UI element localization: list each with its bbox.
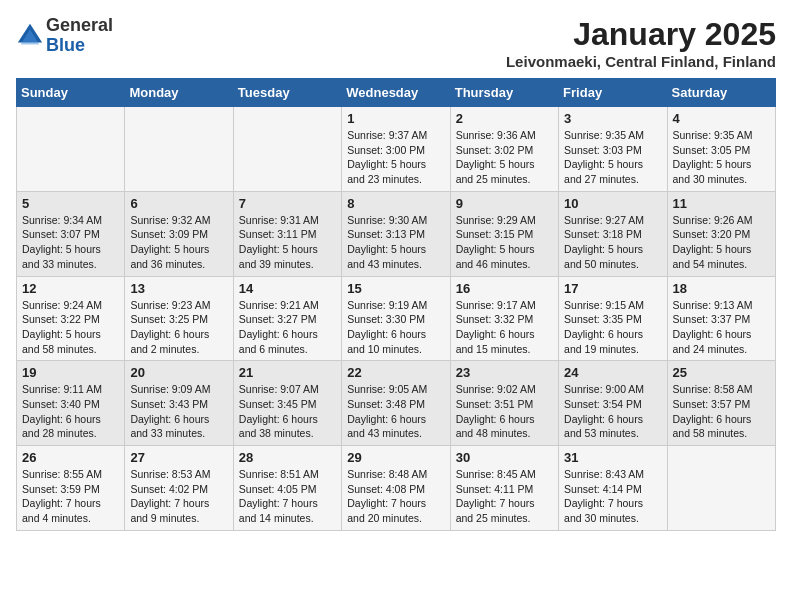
day-info: Sunrise: 9:34 AMSunset: 3:07 PMDaylight:…	[22, 213, 119, 272]
calendar-cell: 18 Sunrise: 9:13 AMSunset: 3:37 PMDaylig…	[667, 276, 775, 361]
day-info: Sunrise: 9:19 AMSunset: 3:30 PMDaylight:…	[347, 298, 444, 357]
logo-general: General	[46, 16, 113, 36]
calendar-cell: 7 Sunrise: 9:31 AMSunset: 3:11 PMDayligh…	[233, 191, 341, 276]
weekday-header-wednesday: Wednesday	[342, 79, 450, 107]
day-info: Sunrise: 9:35 AMSunset: 3:03 PMDaylight:…	[564, 128, 661, 187]
calendar-cell: 4 Sunrise: 9:35 AMSunset: 3:05 PMDayligh…	[667, 107, 775, 192]
calendar-cell: 30 Sunrise: 8:45 AMSunset: 4:11 PMDaylig…	[450, 446, 558, 531]
day-info: Sunrise: 9:35 AMSunset: 3:05 PMDaylight:…	[673, 128, 770, 187]
calendar-cell: 15 Sunrise: 9:19 AMSunset: 3:30 PMDaylig…	[342, 276, 450, 361]
day-number: 9	[456, 196, 553, 211]
day-number: 20	[130, 365, 227, 380]
logo: General Blue	[16, 16, 113, 56]
calendar-cell	[667, 446, 775, 531]
day-info: Sunrise: 9:27 AMSunset: 3:18 PMDaylight:…	[564, 213, 661, 272]
page-header: General Blue January 2025 Leivonmaeki, C…	[16, 16, 776, 70]
calendar-week-row: 5 Sunrise: 9:34 AMSunset: 3:07 PMDayligh…	[17, 191, 776, 276]
day-info: Sunrise: 9:11 AMSunset: 3:40 PMDaylight:…	[22, 382, 119, 441]
day-info: Sunrise: 9:00 AMSunset: 3:54 PMDaylight:…	[564, 382, 661, 441]
day-number: 21	[239, 365, 336, 380]
day-info: Sunrise: 9:07 AMSunset: 3:45 PMDaylight:…	[239, 382, 336, 441]
calendar-cell: 22 Sunrise: 9:05 AMSunset: 3:48 PMDaylig…	[342, 361, 450, 446]
calendar-cell: 24 Sunrise: 9:00 AMSunset: 3:54 PMDaylig…	[559, 361, 667, 446]
day-number: 5	[22, 196, 119, 211]
day-number: 7	[239, 196, 336, 211]
day-number: 27	[130, 450, 227, 465]
weekday-header-tuesday: Tuesday	[233, 79, 341, 107]
day-info: Sunrise: 9:13 AMSunset: 3:37 PMDaylight:…	[673, 298, 770, 357]
calendar-cell	[125, 107, 233, 192]
logo-blue: Blue	[46, 36, 113, 56]
day-number: 2	[456, 111, 553, 126]
day-number: 17	[564, 281, 661, 296]
day-info: Sunrise: 9:36 AMSunset: 3:02 PMDaylight:…	[456, 128, 553, 187]
calendar-cell: 2 Sunrise: 9:36 AMSunset: 3:02 PMDayligh…	[450, 107, 558, 192]
calendar-cell: 1 Sunrise: 9:37 AMSunset: 3:00 PMDayligh…	[342, 107, 450, 192]
calendar-cell: 17 Sunrise: 9:15 AMSunset: 3:35 PMDaylig…	[559, 276, 667, 361]
calendar-cell	[233, 107, 341, 192]
day-number: 3	[564, 111, 661, 126]
day-number: 24	[564, 365, 661, 380]
day-info: Sunrise: 9:21 AMSunset: 3:27 PMDaylight:…	[239, 298, 336, 357]
day-number: 12	[22, 281, 119, 296]
calendar-cell: 12 Sunrise: 9:24 AMSunset: 3:22 PMDaylig…	[17, 276, 125, 361]
weekday-header-sunday: Sunday	[17, 79, 125, 107]
calendar-cell: 14 Sunrise: 9:21 AMSunset: 3:27 PMDaylig…	[233, 276, 341, 361]
day-info: Sunrise: 8:58 AMSunset: 3:57 PMDaylight:…	[673, 382, 770, 441]
day-info: Sunrise: 9:24 AMSunset: 3:22 PMDaylight:…	[22, 298, 119, 357]
day-info: Sunrise: 9:30 AMSunset: 3:13 PMDaylight:…	[347, 213, 444, 272]
calendar-cell: 21 Sunrise: 9:07 AMSunset: 3:45 PMDaylig…	[233, 361, 341, 446]
calendar-week-row: 1 Sunrise: 9:37 AMSunset: 3:00 PMDayligh…	[17, 107, 776, 192]
day-info: Sunrise: 8:53 AMSunset: 4:02 PMDaylight:…	[130, 467, 227, 526]
main-title: January 2025	[506, 16, 776, 53]
day-number: 13	[130, 281, 227, 296]
day-number: 29	[347, 450, 444, 465]
day-number: 6	[130, 196, 227, 211]
day-number: 11	[673, 196, 770, 211]
day-number: 18	[673, 281, 770, 296]
day-info: Sunrise: 9:05 AMSunset: 3:48 PMDaylight:…	[347, 382, 444, 441]
calendar-table: SundayMondayTuesdayWednesdayThursdayFrid…	[16, 78, 776, 531]
day-number: 8	[347, 196, 444, 211]
day-number: 28	[239, 450, 336, 465]
calendar-cell	[17, 107, 125, 192]
calendar-cell: 23 Sunrise: 9:02 AMSunset: 3:51 PMDaylig…	[450, 361, 558, 446]
calendar-cell: 25 Sunrise: 8:58 AMSunset: 3:57 PMDaylig…	[667, 361, 775, 446]
day-number: 30	[456, 450, 553, 465]
calendar-cell: 28 Sunrise: 8:51 AMSunset: 4:05 PMDaylig…	[233, 446, 341, 531]
calendar-cell: 19 Sunrise: 9:11 AMSunset: 3:40 PMDaylig…	[17, 361, 125, 446]
day-number: 23	[456, 365, 553, 380]
calendar-cell: 13 Sunrise: 9:23 AMSunset: 3:25 PMDaylig…	[125, 276, 233, 361]
calendar-cell: 20 Sunrise: 9:09 AMSunset: 3:43 PMDaylig…	[125, 361, 233, 446]
calendar-cell: 10 Sunrise: 9:27 AMSunset: 3:18 PMDaylig…	[559, 191, 667, 276]
day-number: 14	[239, 281, 336, 296]
weekday-header-thursday: Thursday	[450, 79, 558, 107]
calendar-cell: 26 Sunrise: 8:55 AMSunset: 3:59 PMDaylig…	[17, 446, 125, 531]
calendar-cell: 6 Sunrise: 9:32 AMSunset: 3:09 PMDayligh…	[125, 191, 233, 276]
calendar-cell: 3 Sunrise: 9:35 AMSunset: 3:03 PMDayligh…	[559, 107, 667, 192]
calendar-cell: 9 Sunrise: 9:29 AMSunset: 3:15 PMDayligh…	[450, 191, 558, 276]
day-number: 4	[673, 111, 770, 126]
day-info: Sunrise: 9:29 AMSunset: 3:15 PMDaylight:…	[456, 213, 553, 272]
calendar-cell: 16 Sunrise: 9:17 AMSunset: 3:32 PMDaylig…	[450, 276, 558, 361]
day-number: 22	[347, 365, 444, 380]
day-info: Sunrise: 9:17 AMSunset: 3:32 PMDaylight:…	[456, 298, 553, 357]
calendar-week-row: 12 Sunrise: 9:24 AMSunset: 3:22 PMDaylig…	[17, 276, 776, 361]
weekday-header-monday: Monday	[125, 79, 233, 107]
day-info: Sunrise: 8:43 AMSunset: 4:14 PMDaylight:…	[564, 467, 661, 526]
weekday-header-saturday: Saturday	[667, 79, 775, 107]
day-info: Sunrise: 9:32 AMSunset: 3:09 PMDaylight:…	[130, 213, 227, 272]
calendar-cell: 27 Sunrise: 8:53 AMSunset: 4:02 PMDaylig…	[125, 446, 233, 531]
day-info: Sunrise: 8:45 AMSunset: 4:11 PMDaylight:…	[456, 467, 553, 526]
day-number: 31	[564, 450, 661, 465]
calendar-body: 1 Sunrise: 9:37 AMSunset: 3:00 PMDayligh…	[17, 107, 776, 531]
day-info: Sunrise: 8:55 AMSunset: 3:59 PMDaylight:…	[22, 467, 119, 526]
day-number: 10	[564, 196, 661, 211]
calendar-week-row: 26 Sunrise: 8:55 AMSunset: 3:59 PMDaylig…	[17, 446, 776, 531]
title-block: January 2025 Leivonmaeki, Central Finlan…	[506, 16, 776, 70]
day-info: Sunrise: 8:51 AMSunset: 4:05 PMDaylight:…	[239, 467, 336, 526]
calendar-cell: 29 Sunrise: 8:48 AMSunset: 4:08 PMDaylig…	[342, 446, 450, 531]
day-info: Sunrise: 9:37 AMSunset: 3:00 PMDaylight:…	[347, 128, 444, 187]
weekday-header-row: SundayMondayTuesdayWednesdayThursdayFrid…	[17, 79, 776, 107]
day-info: Sunrise: 9:26 AMSunset: 3:20 PMDaylight:…	[673, 213, 770, 272]
